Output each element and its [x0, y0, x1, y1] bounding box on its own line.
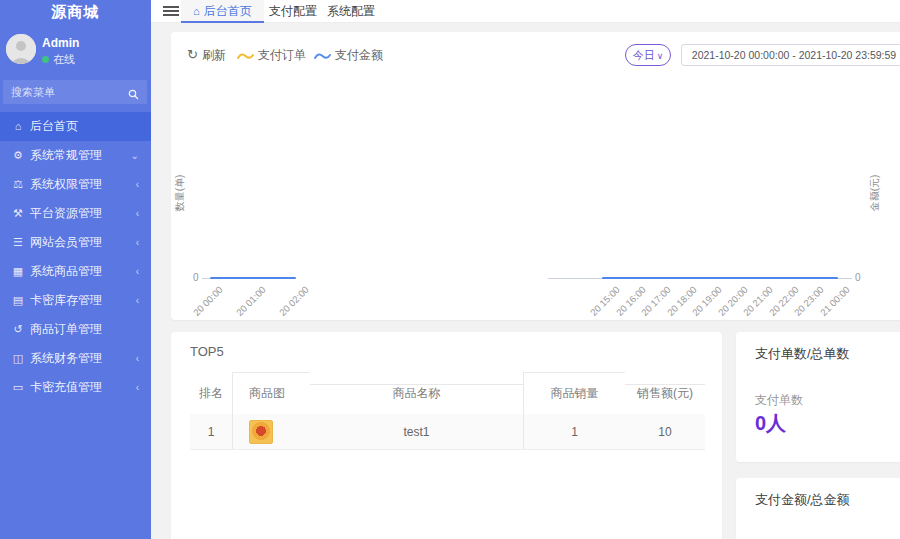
sidebar-item-label: 系统商品管理 — [30, 264, 102, 278]
chevron-left-icon: ‹ — [136, 228, 139, 257]
y-axis-name: 金额(元) — [868, 175, 882, 212]
wave-icon — [237, 51, 254, 61]
table-header-row: 排名 商品图 商品名称 商品销量 销售额(元) — [190, 372, 705, 414]
avatar-placeholder-icon — [6, 34, 36, 64]
chart-icon: ◫ — [10, 344, 26, 373]
legend-label: 支付金额 — [335, 48, 383, 62]
charts-zone: 数量(单) 0 20 00:00 20 01:00 20 02:00 0 金额(… — [171, 76, 900, 316]
sidebar-item-system-general[interactable]: ⚙ 系统常规管理 ⌄ — [0, 141, 151, 170]
chevron-left-icon: ‹ — [136, 257, 139, 286]
product-thumbnail[interactable] — [249, 420, 273, 444]
legend-pay-amount[interactable]: 支付金额 — [314, 47, 383, 64]
stat-card-pay-count: 支付单数/总单数 支付单数 0人 — [736, 332, 900, 462]
charts-card: ↻刷新 支付订单 支付金额 今日∨ 2021-10-20 00:00:00 - … — [171, 32, 900, 320]
date-range-input[interactable]: 2021-10-20 00:00:00 - 2021-10-20 23:59:5… — [681, 44, 900, 66]
credit-card-icon: ▭ — [10, 373, 26, 402]
y-axis-tick-line — [202, 278, 210, 279]
sidebar-item-card-recharge[interactable]: ▭ 卡密充值管理 ‹ — [0, 373, 151, 402]
cell-rank: 1 — [190, 425, 232, 439]
tab-label: 支付配置 — [269, 4, 317, 18]
stat-value: 0人 — [755, 410, 786, 437]
tab-dashboard[interactable]: ⌂后台首页 — [181, 0, 264, 23]
col-header-name: 商品名称 — [310, 384, 523, 402]
tab-system-config[interactable]: 系统配置 — [315, 0, 387, 23]
box-icon: ▦ — [10, 257, 26, 286]
search-icon[interactable] — [128, 86, 139, 104]
app-logo: 源商城 — [0, 0, 151, 23]
cell-name: test1 — [310, 425, 523, 439]
sidebar-item-members[interactable]: ☰ 网站会员管理 ‹ — [0, 228, 151, 257]
sidebar-item-label: 网站会员管理 — [30, 235, 102, 249]
cogs-icon: ⚙ — [10, 141, 26, 170]
chart-pay-amount[interactable]: 0 金额(元) 20 15:00 20 16:00 20 17:00 20 18… — [541, 76, 900, 316]
home-icon: ⌂ — [193, 5, 200, 17]
tools-icon: ⚒ — [10, 199, 26, 228]
tab-label: 系统配置 — [327, 4, 375, 18]
sidebar-item-platform-resources[interactable]: ⚒ 平台资源管理 ‹ — [0, 199, 151, 228]
y-axis-tick: 0 — [193, 272, 199, 283]
series-line — [602, 277, 838, 279]
refresh-label: 刷新 — [202, 48, 226, 62]
top5-title: TOP5 — [190, 344, 224, 359]
refresh-button[interactable]: ↻刷新 — [187, 47, 226, 64]
cell-amount: 10 — [625, 425, 705, 439]
stat-label: 支付单数 — [755, 392, 803, 409]
top5-card: TOP5 排名 商品图 商品名称 商品销量 销售额(元) 1 test1 1 1… — [171, 332, 722, 539]
sidebar-item-dashboard[interactable]: ⌂ 后台首页 — [0, 112, 151, 141]
chevron-down-icon: ⌄ — [131, 141, 139, 170]
y-axis-tick: 0 — [855, 272, 861, 283]
chart-pay-orders[interactable]: 数量(单) 0 20 00:00 20 01:00 20 02:00 — [171, 76, 541, 316]
tab-label: 后台首页 — [204, 4, 252, 18]
x-tick-label: 20 01:00 — [234, 284, 268, 318]
col-header-amount: 销售额(元) — [625, 384, 705, 402]
stat-card-pay-amount: 支付金额/总金额 — [736, 478, 900, 539]
list-icon: ☰ — [10, 228, 26, 257]
chevron-left-icon: ‹ — [136, 170, 139, 199]
legend-label: 支付订单 — [258, 48, 306, 62]
chevron-down-icon: ∨ — [657, 51, 664, 61]
sidebar-item-card-inventory[interactable]: ▤ 卡密库存管理 ‹ — [0, 286, 151, 315]
refresh-icon: ↻ — [187, 47, 198, 62]
legend-pay-orders[interactable]: 支付订单 — [237, 47, 306, 64]
home-icon: ⌂ — [10, 112, 26, 141]
sidebar-item-label: 卡密充值管理 — [30, 380, 102, 394]
date-preset-dropdown[interactable]: 今日∨ — [625, 44, 671, 66]
online-dot-icon — [42, 56, 49, 63]
table-row[interactable]: 1 test1 1 10 — [190, 414, 705, 450]
cell-sales: 1 — [523, 414, 625, 449]
user-status: 在线 — [42, 52, 75, 67]
top-navbar: ⌂后台首页 支付配置 系统配置 — [151, 0, 900, 23]
chevron-left-icon: ‹ — [136, 286, 139, 315]
sidebar-menu: ⌂ 后台首页 ⚙ 系统常规管理 ⌄ ⚖ 系统权限管理 ‹ ⚒ 平台资源管理 ‹ … — [0, 112, 151, 402]
sidebar-item-orders[interactable]: ↺ 商品订单管理 — [0, 315, 151, 344]
stat-title: 支付单数/总单数 — [755, 345, 850, 363]
avatar[interactable] — [6, 34, 36, 64]
permissions-icon: ⚖ — [10, 170, 26, 199]
wave-icon — [314, 51, 331, 61]
search-input[interactable] — [3, 80, 121, 104]
user-name: Admin — [42, 36, 79, 50]
hamburger-menu-icon[interactable] — [163, 4, 179, 18]
date-preset-label: 今日 — [633, 49, 655, 61]
sidebar-item-label: 平台资源管理 — [30, 206, 102, 220]
sidebar-item-goods[interactable]: ▦ 系统商品管理 ‹ — [0, 257, 151, 286]
x-tick-label: 20 00:00 — [191, 284, 225, 318]
menu-search — [3, 80, 147, 104]
chart-toolbar: ↻刷新 支付订单 支付金额 今日∨ 2021-10-20 00:00:00 - … — [171, 44, 900, 70]
sidebar-item-finance[interactable]: ◫ 系统财务管理 ‹ — [0, 344, 151, 373]
chevron-left-icon: ‹ — [136, 344, 139, 373]
sidebar-item-permissions[interactable]: ⚖ 系统权限管理 ‹ — [0, 170, 151, 199]
sidebar-item-label: 系统权限管理 — [30, 177, 102, 191]
top5-table: 排名 商品图 商品名称 商品销量 销售额(元) 1 test1 1 10 — [190, 372, 705, 450]
sidebar: 源商城 Admin 在线 ⌂ 后台首页 ⚙ 系统常规管理 ⌄ — [0, 0, 151, 539]
main-content: ↻刷新 支付订单 支付金额 今日∨ 2021-10-20 00:00:00 - … — [151, 24, 900, 539]
series-line — [210, 277, 296, 279]
archive-icon: ▤ — [10, 286, 26, 315]
sidebar-item-label: 系统常规管理 — [30, 148, 102, 162]
chevron-left-icon: ‹ — [136, 373, 139, 402]
y-axis-name: 数量(单) — [173, 175, 187, 212]
chevron-left-icon: ‹ — [136, 199, 139, 228]
stat-title: 支付金额/总金额 — [755, 491, 850, 509]
user-status-label: 在线 — [53, 53, 75, 65]
sidebar-item-label: 卡密库存管理 — [30, 293, 102, 307]
